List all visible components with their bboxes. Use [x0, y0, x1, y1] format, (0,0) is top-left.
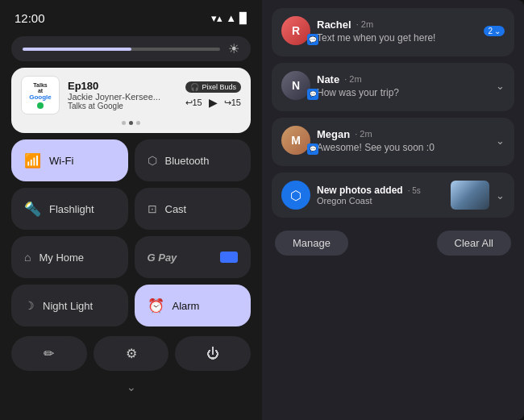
- alarm-label: Alarm: [173, 300, 200, 312]
- megan-content: Megan · 2m Awesome! See you soon :0: [317, 128, 489, 153]
- rachel-name: Rachel: [317, 19, 351, 31]
- tile-wifi[interactable]: 📶 Wi-Fi: [11, 139, 128, 181]
- megan-avatar-wrapper: M 💬: [281, 126, 310, 155]
- photo-subtitle: Oregon Coast: [317, 196, 444, 206]
- nate-header: N 💬 Nate · 2m How was your trip? ⌄: [281, 71, 505, 100]
- brightness-fill: [23, 48, 131, 51]
- notification-megan: M 💬 Megan · 2m Awesome! See you soon :0 …: [272, 118, 514, 166]
- megan-actions: ⌄: [496, 135, 505, 147]
- wifi-signal-icon: ▾▴: [211, 12, 222, 24]
- nate-name-row: Nate · 2m: [317, 73, 489, 85]
- headphone-icon: 🎧: [190, 83, 199, 91]
- gpay-icon: G Pay: [148, 252, 177, 264]
- bluetooth-icon: ⬡: [148, 154, 157, 167]
- skip-icon[interactable]: ↪15: [224, 98, 241, 108]
- brightness-icon: ☀: [228, 41, 239, 56]
- dot-1: [122, 121, 126, 125]
- megan-avatar: M: [281, 126, 310, 155]
- megan-time: · 2m: [355, 129, 372, 139]
- media-top: Talks at Google Ep180 Jackie Joyner-Kers…: [21, 76, 241, 114]
- rachel-name-row: Rachel · 2m: [317, 19, 477, 31]
- bottom-bar: ✏ ⚙ ⏻: [11, 336, 251, 371]
- notification-photos: ⬡ New photos added · 5s Oregon Coast ⌄: [272, 173, 514, 218]
- tile-flashlight[interactable]: 🔦 Flashlight: [11, 188, 128, 230]
- megan-message: Awesome! See you soon :0: [317, 142, 489, 153]
- rachel-badge[interactable]: 2 ⌄: [484, 26, 505, 36]
- edit-icon: ✏: [44, 346, 54, 361]
- brightness-slider[interactable]: ☀: [11, 36, 251, 61]
- megan-expand-icon[interactable]: ⌄: [496, 135, 505, 147]
- rachel-time: · 2m: [356, 19, 373, 29]
- megan-name-row: Megan · 2m: [317, 128, 489, 140]
- nate-name: Nate: [317, 73, 339, 85]
- media-controls: ↩15 ▶ ↪15: [185, 96, 242, 109]
- status-icons: ▾▴ ▲ ▉: [211, 12, 247, 24]
- dot-2: [129, 121, 133, 125]
- status-bar: 12:00 ▾▴ ▲ ▉: [11, 10, 251, 27]
- nate-actions: ⌄: [496, 80, 505, 92]
- nate-expand-icon[interactable]: ⌄: [496, 80, 505, 92]
- photo-notif: ⬡ New photos added · 5s Oregon Coast ⌄: [281, 181, 505, 210]
- cast-icon: ⊡: [148, 202, 157, 215]
- pixel-buds-badge: 🎧 Pixel Buds: [185, 81, 241, 93]
- photo-title: New photos added: [317, 185, 403, 196]
- spotify-icon: [37, 102, 44, 109]
- megan-header: M 💬 Megan · 2m Awesome! See you soon :0 …: [281, 126, 505, 155]
- gpay-screen-icon: [220, 252, 238, 263]
- cast-label: Cast: [165, 203, 187, 215]
- megan-name: Megan: [317, 128, 350, 140]
- tile-alarm[interactable]: ⏰ Alarm: [135, 285, 252, 326]
- right-panel: R 💬 Rachel · 2m Text me when you get her…: [262, 0, 524, 420]
- settings-icon: ⚙: [126, 346, 137, 361]
- home-icon: ⌂: [24, 251, 31, 264]
- replay-icon[interactable]: ↩15: [185, 98, 202, 108]
- notification-rachel: R 💬 Rachel · 2m Text me when you get her…: [272, 8, 514, 56]
- messages-app-icon-3: 💬: [307, 143, 318, 155]
- wifi-icon: 📶: [24, 152, 41, 169]
- media-artist: Jackie Joyner-Kersee...: [68, 92, 177, 102]
- chevron-icon: ⌄: [494, 27, 501, 35]
- myhome-label: My Home: [39, 252, 84, 264]
- photo-time: · 5s: [408, 186, 421, 195]
- clear-all-button[interactable]: Clear All: [437, 231, 511, 256]
- tile-gpay[interactable]: G Pay: [135, 236, 252, 278]
- nate-time: · 2m: [344, 74, 361, 84]
- expand-chevron[interactable]: ⌄: [11, 377, 251, 397]
- media-controls-right: 🎧 Pixel Buds ↩15 ▶ ↪15: [185, 81, 242, 109]
- pixel-buds-label: Pixel Buds: [202, 83, 236, 91]
- rachel-header: R 💬 Rachel · 2m Text me when you get her…: [281, 16, 505, 45]
- wifi-label: Wi-Fi: [49, 155, 73, 167]
- rachel-actions: 2 ⌄: [484, 26, 505, 36]
- media-dots: [21, 121, 241, 125]
- dot-3: [136, 121, 140, 125]
- nightlight-icon: ☽: [24, 299, 35, 312]
- nate-avatar: N: [281, 71, 310, 100]
- media-card: Talks at Google Ep180 Jackie Joyner-Kers…: [11, 68, 251, 133]
- actions-bar: Manage Clear All: [272, 226, 514, 257]
- time: 12:00: [15, 11, 45, 25]
- manage-button[interactable]: Manage: [275, 231, 348, 256]
- messages-app-icon: 💬: [307, 34, 318, 45]
- media-logo: Talks at Google: [21, 76, 60, 114]
- battery-icon: ▉: [239, 12, 247, 24]
- play-icon[interactable]: ▶: [209, 96, 218, 109]
- flashlight-icon: 🔦: [24, 201, 41, 218]
- tile-nightlight[interactable]: ☽ Night Light: [11, 285, 128, 326]
- photo-thumbnail: [451, 181, 489, 210]
- nightlight-label: Night Light: [43, 300, 93, 312]
- nate-avatar-wrapper: N 💬: [281, 71, 310, 100]
- edit-button[interactable]: ✏: [11, 336, 87, 371]
- power-button[interactable]: ⏻: [175, 336, 251, 371]
- tile-cast[interactable]: ⊡ Cast: [135, 188, 252, 230]
- brightness-bar: [23, 48, 220, 51]
- tile-myhome[interactable]: ⌂ My Home: [11, 236, 128, 278]
- photo-expand-icon[interactable]: ⌄: [496, 189, 505, 202]
- media-episode: Ep180: [68, 80, 177, 92]
- rachel-content: Rachel · 2m Text me when you get here!: [317, 19, 477, 44]
- logo-talks: Talks: [33, 82, 47, 88]
- tile-bluetooth[interactable]: ⬡ Bluetooth: [135, 139, 252, 181]
- media-source: Talks at Google: [68, 102, 177, 110]
- settings-button[interactable]: ⚙: [94, 336, 169, 371]
- notification-nate: N 💬 Nate · 2m How was your trip? ⌄: [272, 63, 514, 111]
- photo-content: New photos added · 5s Oregon Coast: [317, 185, 444, 206]
